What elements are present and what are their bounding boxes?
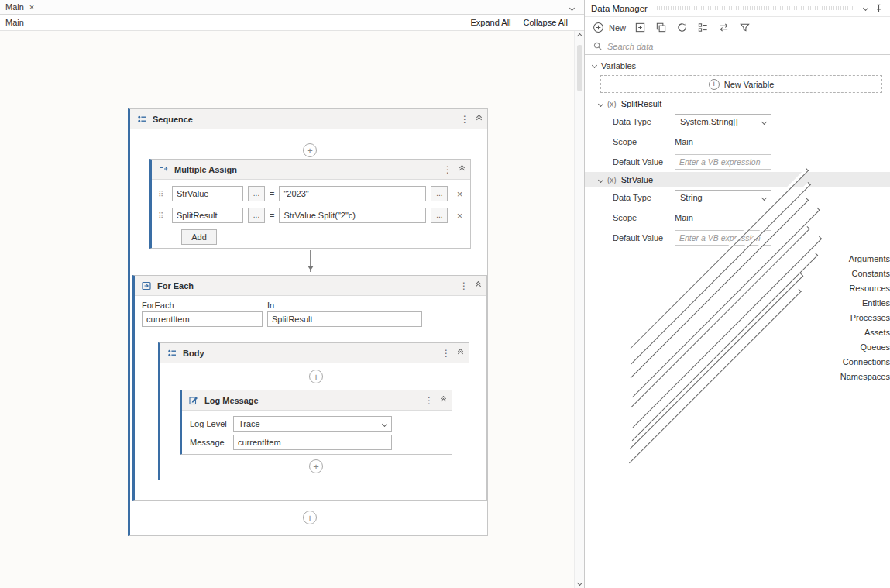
tab-close-icon[interactable]: ×	[29, 2, 34, 12]
drag-handle-icon[interactable]: ⠿	[158, 211, 167, 220]
expression-editor-button[interactable]: ...	[248, 208, 265, 223]
chevron-down-icon[interactable]	[592, 63, 597, 68]
list-view-icon[interactable]	[697, 22, 710, 34]
remove-row-icon[interactable]: ×	[452, 208, 466, 223]
refresh-icon[interactable]	[676, 22, 689, 34]
scope-value: Main	[675, 213, 693, 222]
scroll-down-icon[interactable]	[576, 580, 582, 586]
multiple-assign-header[interactable]: Multiple Assign ⋮	[152, 160, 470, 180]
data-type-label: Data Type	[613, 193, 675, 202]
add-panel-icon[interactable]	[634, 22, 647, 34]
plus-circle-icon: +	[709, 79, 720, 90]
expression-editor-button[interactable]: ...	[248, 186, 265, 201]
body-menu-icon[interactable]: ⋮	[442, 349, 451, 358]
variable-row-splitresult[interactable]: (x) SplitResult	[585, 96, 890, 112]
breadcrumb: Main	[5, 18, 24, 27]
log-message-header[interactable]: Log Message ⋮	[182, 390, 452, 411]
uipath-studio-window: Main × Main Expand All Collapse All Sequ…	[0, 0, 890, 588]
new-button-label: New	[609, 23, 626, 33]
for-each-collapse-icon[interactable]	[476, 284, 480, 288]
data-manager-header: Data Manager	[585, 0, 890, 17]
sequence-activity[interactable]: Sequence ⋮ + Multiple Assign	[128, 108, 488, 536]
foreach-in-input[interactable]	[267, 311, 422, 327]
chevron-down-icon[interactable]	[598, 101, 603, 106]
for-each-activity[interactable]: For Each ⋮ ForEach In	[132, 275, 487, 501]
remove-row-icon[interactable]: ×	[452, 186, 466, 201]
pin-icon[interactable]	[874, 3, 884, 13]
message-input[interactable]	[233, 435, 392, 450]
in-field-label: In	[267, 301, 274, 310]
tree-item-label: Arguments	[849, 254, 890, 263]
canvas-vertical-scrollbar[interactable]	[574, 31, 584, 588]
add-activity-button[interactable]: +	[309, 459, 323, 473]
multiple-assign-collapse-icon[interactable]	[460, 167, 464, 172]
property-row-data-type: Data Type String	[585, 187, 890, 208]
multiple-assign-activity[interactable]: Multiple Assign ⋮ ⠿ ... = ... ×	[149, 159, 471, 249]
panel-chevron-down-icon[interactable]	[863, 5, 868, 11]
add-activity-button[interactable]: +	[303, 143, 317, 157]
assign-value-input[interactable]	[279, 186, 426, 201]
sequence-collapse-icon[interactable]	[477, 117, 481, 122]
data-type-dropdown[interactable]: String	[675, 190, 771, 205]
copy-icon[interactable]	[655, 22, 668, 34]
collapse-all-button[interactable]: Collapse All	[524, 18, 568, 27]
foreach-item-input[interactable]	[142, 311, 263, 327]
scrollbar-thumb[interactable]	[577, 45, 582, 91]
variable-row-strvalue[interactable]: (x) StrValue	[585, 172, 890, 187]
search-bar	[585, 38, 890, 55]
tab-list-chevron-icon[interactable]	[570, 2, 579, 12]
scope-label: Scope	[613, 137, 675, 146]
log-message-collapse-icon[interactable]	[442, 398, 445, 403]
assign-to-input[interactable]	[172, 208, 243, 223]
add-activity-button[interactable]: +	[309, 370, 323, 383]
log-level-dropdown[interactable]: Trace	[233, 416, 392, 432]
sequence-menu-icon[interactable]: ⋮	[460, 115, 469, 124]
drag-handle-icon[interactable]: ⠿	[158, 190, 167, 198]
sequence-header[interactable]: Sequence ⋮	[130, 109, 487, 129]
panel-drag-handle[interactable]	[657, 6, 854, 10]
log-message-menu-icon[interactable]: ⋮	[424, 396, 434, 405]
body-sequence-activity[interactable]: Body ⋮ +	[158, 342, 469, 480]
add-activity-button[interactable]: +	[303, 511, 317, 524]
log-message-activity[interactable]: Log Message ⋮ Log Level Trace	[180, 390, 452, 455]
log-message-title: Log Message	[204, 396, 259, 405]
new-variable-button[interactable]: + New Variable	[600, 75, 882, 93]
designer-pane: Main × Main Expand All Collapse All Sequ…	[0, 0, 585, 588]
for-each-icon	[141, 280, 152, 291]
filter-icon[interactable]	[739, 22, 751, 34]
data-type-dropdown[interactable]: System.String[]	[675, 114, 771, 129]
tree-item-label: Entities	[862, 298, 890, 308]
plus-icon: +	[313, 462, 319, 472]
sequence-icon	[136, 114, 147, 125]
default-value-label: Default Value	[613, 233, 675, 242]
for-each-header[interactable]: For Each ⋮	[135, 276, 486, 296]
multiple-assign-menu-icon[interactable]: ⋮	[443, 165, 452, 174]
log-level-value: Trace	[239, 419, 260, 428]
default-value-input[interactable]	[675, 154, 771, 170]
workflow-canvas[interactable]: Sequence ⋮ + Multiple Assign	[0, 31, 584, 588]
assign-to-input[interactable]	[172, 186, 243, 201]
assign-value-input[interactable]	[279, 208, 426, 223]
for-each-menu-icon[interactable]: ⋮	[459, 281, 469, 291]
tab-main[interactable]: Main ×	[5, 2, 34, 12]
tree-item-label: Assets	[864, 328, 890, 337]
tree-item-variables[interactable]: Variables	[585, 58, 890, 73]
expand-all-button[interactable]: Expand All	[471, 18, 511, 27]
sequence-title: Sequence	[153, 115, 193, 124]
scope-value: Main	[675, 137, 693, 146]
body-collapse-icon[interactable]	[459, 351, 462, 356]
swap-icon[interactable]	[718, 22, 730, 34]
body-header[interactable]: Body ⋮	[160, 343, 469, 363]
tree-item-label: Queues	[860, 342, 890, 352]
scroll-up-icon[interactable]	[576, 33, 582, 39]
expression-editor-button[interactable]: ...	[431, 186, 448, 201]
search-input[interactable]	[607, 42, 882, 51]
tree-item-label: Connections	[843, 357, 890, 366]
expression-editor-button[interactable]: ...	[431, 208, 448, 223]
new-button[interactable]: New	[593, 22, 626, 34]
add-assign-button[interactable]: Add	[181, 229, 217, 245]
data-type-value: System.String[]	[680, 117, 738, 126]
plus-icon: +	[313, 372, 319, 382]
property-row-scope: Scope Main	[585, 132, 890, 152]
chevron-down-icon[interactable]	[598, 177, 603, 182]
